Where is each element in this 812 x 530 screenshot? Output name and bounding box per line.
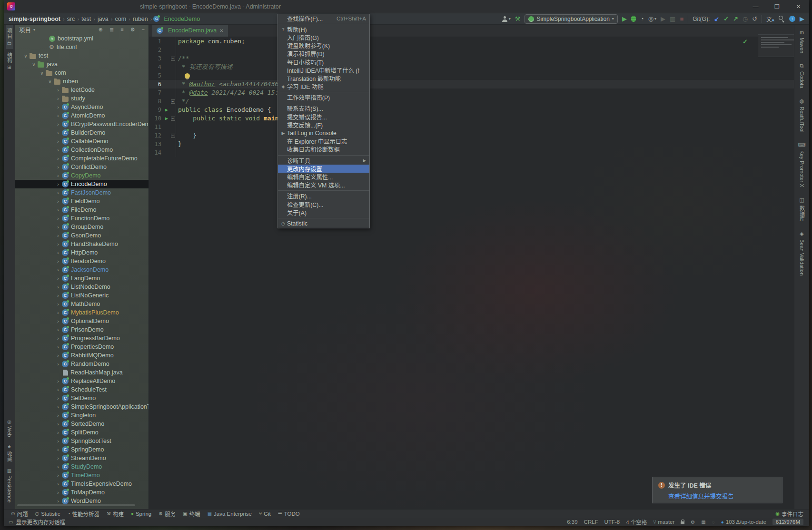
- tree-chevron-icon[interactable]: ›: [54, 379, 62, 384]
- tree-chevron-icon[interactable]: ›: [54, 130, 62, 136]
- tree-chevron-icon[interactable]: ›: [54, 310, 62, 315]
- tree-row[interactable]: › MathDemo: [15, 300, 149, 308]
- right-tool-button[interactable]: ⌨ Key Promoter X: [798, 137, 806, 192]
- help-menu-item[interactable]: 注册(R)...: [278, 192, 369, 200]
- tree-row[interactable]: › BCryptPasswordEncoderDemo: [15, 120, 149, 128]
- tree-chevron-icon[interactable]: ›: [54, 285, 62, 290]
- help-menu-item[interactable]: 入门指南(G): [278, 33, 369, 41]
- build-hammer-icon[interactable]: ⚒: [515, 14, 521, 24]
- horizontal-scrollbar[interactable]: [17, 504, 135, 506]
- tree-chevron-icon[interactable]: ›: [54, 456, 62, 461]
- attach-profiler-icon[interactable]: ▥: [670, 14, 675, 24]
- right-tool-button[interactable]: m Maven: [799, 25, 805, 58]
- tree-row[interactable]: › GsonDemo: [15, 231, 149, 240]
- tree-row[interactable]: › CollectionDemo: [15, 146, 149, 154]
- tree-row[interactable]: › RandomDemo: [15, 360, 149, 368]
- breadcrumb-item[interactable]: src: [66, 16, 76, 22]
- ide-update-icon[interactable]: ↑: [789, 16, 795, 22]
- right-tool-button[interactable]: ◍ RestfulTool: [799, 93, 805, 137]
- help-menu-item[interactable]: 联系支持(S)...: [278, 105, 369, 113]
- tree-row[interactable]: › TimeDemo: [15, 471, 149, 480]
- tree-row[interactable]: › OptionalDemo: [15, 317, 149, 325]
- tree-row[interactable]: › MybatisPlusDemo: [15, 308, 149, 317]
- close-tab-icon[interactable]: ✕: [219, 28, 223, 33]
- help-menu-item[interactable]: [278, 190, 369, 191]
- tree-row[interactable]: › FieldDemo: [15, 197, 149, 206]
- tree-row[interactable]: ∨ ruben: [15, 77, 149, 86]
- tree-chevron-icon[interactable]: ›: [54, 259, 62, 264]
- tree-chevron-icon[interactable]: ›: [54, 396, 62, 401]
- maximize-button[interactable]: ❐: [766, 0, 788, 13]
- tree-row[interactable]: › leetCode: [15, 86, 149, 94]
- plugin-play-icon[interactable]: ▶: [800, 14, 804, 24]
- run-configuration-combo[interactable]: SimpleSpringbootApplication ▾: [525, 14, 617, 24]
- gear-small-icon[interactable]: ⚙: [691, 520, 695, 525]
- sync-status[interactable]: ● 103 Δ/up-to-date: [721, 519, 766, 525]
- git-push-button[interactable]: ↗: [733, 14, 738, 24]
- help-menu-item[interactable]: IntelliJ IDEA中新增了什么 (N): [278, 66, 369, 74]
- bottom-tool-button[interactable]: ⊙ 问题: [11, 510, 28, 518]
- tree-chevron-icon[interactable]: ∨: [38, 70, 46, 76]
- tree-chevron-icon[interactable]: ›: [54, 302, 62, 307]
- tree-chevron-icon[interactable]: ›: [54, 490, 62, 495]
- locate-file-icon[interactable]: ⊕: [99, 27, 103, 33]
- stop-button[interactable]: ■: [680, 14, 683, 24]
- profile-button[interactable]: ▾: [502, 16, 511, 22]
- help-menu-item[interactable]: [278, 218, 369, 218]
- tree-row[interactable]: › CallableDemo: [15, 137, 149, 146]
- file-encoding[interactable]: UTF-8: [604, 519, 620, 525]
- tree-chevron-icon[interactable]: ›: [54, 319, 62, 324]
- translate-icon[interactable]: 文A: [766, 15, 774, 23]
- help-menu-item[interactable]: [278, 155, 369, 156]
- inspections-ok-icon[interactable]: ✓: [743, 38, 748, 45]
- bottom-tool-button[interactable]: ◷ Statistic: [35, 510, 60, 518]
- chevron-down-icon[interactable]: ▾: [33, 28, 35, 32]
- caret-position[interactable]: 6:39: [567, 519, 577, 525]
- tree-row[interactable]: file.conf: [15, 43, 149, 51]
- tool-button-web[interactable]: ◎Web: [7, 416, 12, 440]
- tree-row[interactable]: ∨ com: [15, 69, 149, 77]
- gutter-fold-icon[interactable]: −: [170, 57, 176, 61]
- tree-row[interactable]: › StudyDemo: [15, 462, 149, 471]
- tool-button-favorites[interactable]: ★收藏: [6, 441, 13, 465]
- tree-chevron-icon[interactable]: ›: [54, 413, 62, 418]
- breadcrumb-item[interactable]: test: [80, 16, 92, 22]
- tree-chevron-icon[interactable]: ›: [54, 430, 62, 435]
- tree-row[interactable]: › LangDemo: [15, 274, 149, 283]
- git-commit-button[interactable]: ✓: [723, 14, 729, 24]
- gutter-fold-icon[interactable]: −: [170, 134, 176, 138]
- tree-chevron-icon[interactable]: ›: [54, 404, 62, 410]
- tree-row[interactable]: › ScheduleTest: [15, 385, 149, 394]
- tree-chevron-icon[interactable]: ›: [54, 96, 62, 101]
- help-menu-item[interactable]: ▶ Tail Log in Console: [278, 129, 369, 137]
- bottom-tool-button[interactable]: ⚙ 服务: [158, 510, 176, 518]
- tree-row[interactable]: › TimeIsExpensiveDemo: [15, 480, 149, 488]
- tree-row[interactable]: › CopyDemo: [15, 171, 149, 180]
- collapse-all-icon[interactable]: ≡: [120, 27, 123, 32]
- hide-panel-icon[interactable]: −: [142, 27, 145, 32]
- search-everywhere-icon[interactable]: [779, 16, 785, 22]
- gutter-fold-icon[interactable]: −: [170, 99, 176, 104]
- tree-row[interactable]: › FastJsonDemo: [15, 188, 149, 197]
- tree-row[interactable]: › FileDemo: [15, 206, 149, 214]
- tree-row[interactable]: › SpringBootTest: [15, 437, 149, 445]
- expand-all-icon[interactable]: ≣: [109, 27, 114, 33]
- indent-setting[interactable]: 4 个空格: [626, 518, 647, 526]
- help-menu-item[interactable]: ◷ Statistic: [278, 219, 369, 227]
- lock-icon[interactable]: [681, 521, 684, 524]
- git-branch-widget[interactable]: ⑂ master: [653, 519, 674, 525]
- tree-chevron-icon[interactable]: ›: [54, 362, 62, 367]
- close-button[interactable]: ✕: [788, 0, 809, 13]
- tree-row[interactable]: › SplitDemo: [15, 428, 149, 437]
- tree-row[interactable]: › AtomicDemo: [15, 111, 149, 120]
- bottom-tool-button[interactable]: ⑂ Git: [259, 510, 271, 518]
- help-menu-item[interactable]: 演示和抓屏(D): [278, 50, 369, 58]
- help-menu-item[interactable]: [278, 92, 369, 92]
- right-tool-button[interactable]: ◈ Bean Validation: [799, 226, 805, 280]
- run-button[interactable]: ▶: [622, 14, 627, 24]
- profiler-button[interactable]: ◎▾: [648, 14, 656, 24]
- help-menu-item[interactable]: 在 Explorer 中显示日志: [278, 137, 369, 146]
- tree-chevron-icon[interactable]: ›: [54, 353, 62, 358]
- help-menu-item[interactable]: ◈ 学习 IDE 功能: [278, 83, 369, 91]
- tree-chevron-icon[interactable]: ›: [54, 216, 62, 221]
